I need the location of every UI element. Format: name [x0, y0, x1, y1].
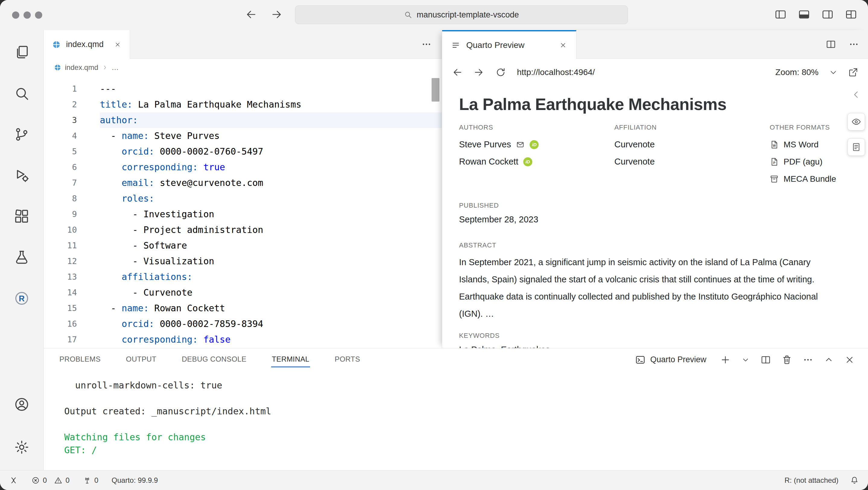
minimize-window-button[interactable] — [24, 11, 31, 19]
chevron-down-icon[interactable] — [829, 68, 838, 77]
code-line[interactable]: --- — [100, 81, 442, 97]
chevron-left-icon[interactable] — [851, 90, 861, 100]
code-line[interactable]: title: La Palma Earthquake Mechanisms — [100, 97, 442, 112]
search-icon[interactable] — [7, 78, 37, 108]
new-terminal-icon[interactable] — [720, 355, 731, 365]
remote-icon[interactable] — [9, 476, 18, 485]
tab-index-qmd[interactable]: index.qmd — [44, 30, 130, 59]
panel-tab-output[interactable]: OUTPUT — [125, 352, 157, 367]
refresh-icon[interactable] — [495, 67, 506, 78]
terminal-line — [64, 418, 868, 431]
author-affiliation: Curvenote — [614, 136, 770, 153]
run-and-debug-icon[interactable] — [7, 160, 37, 191]
line-number: 12 — [44, 254, 77, 269]
forward-arrow-icon[interactable] — [271, 8, 283, 21]
split-terminal-icon[interactable] — [761, 355, 771, 365]
breadcrumb-item-file[interactable]: index.qmd — [65, 63, 98, 72]
terminal-icon — [635, 355, 645, 365]
toggle-primary-sidebar-icon[interactable] — [775, 8, 786, 21]
breadcrumb-item-more[interactable]: … — [112, 63, 119, 72]
code-line[interactable]: roles: — [100, 191, 442, 206]
testing-icon[interactable] — [7, 242, 37, 272]
extensions-icon[interactable] — [7, 201, 37, 231]
toggle-secondary-sidebar-icon[interactable] — [822, 8, 834, 21]
source-control-icon[interactable] — [7, 119, 37, 150]
code-line[interactable]: orcid: 0000-0002-7859-8394 — [100, 316, 442, 332]
preview-toolbar: http://localhost:4964/ Zoom: 80% — [442, 59, 868, 86]
panel-tab-problems[interactable]: PROBLEMS — [59, 352, 101, 367]
editor-group: index.qmd index.qmd … 123456789101112 — [44, 30, 442, 348]
code-line[interactable]: author: — [100, 112, 442, 128]
open-external-icon[interactable] — [848, 67, 858, 77]
close-window-button[interactable] — [12, 11, 19, 19]
editor-scrollbar-thumb[interactable] — [432, 78, 439, 102]
eye-icon[interactable] — [847, 113, 865, 130]
keywords-text: La Palma, Earthquakes — [459, 344, 850, 348]
back-arrow-icon[interactable] — [245, 8, 257, 21]
zoom-window-button[interactable] — [35, 11, 42, 19]
code-editor[interactable]: 1234567891011121314151617 ---title: La P… — [44, 76, 442, 348]
maximize-panel-icon[interactable] — [824, 355, 834, 365]
mail-icon[interactable] — [516, 141, 525, 149]
format-link[interactable]: WMS Word — [770, 136, 850, 153]
line-number: 3 — [44, 112, 77, 128]
zoom-control[interactable]: Zoom: 80% — [775, 67, 818, 77]
customize-layout-icon[interactable] — [845, 8, 857, 21]
more-actions-icon[interactable] — [849, 39, 859, 50]
radio-tower-icon — [83, 476, 91, 485]
command-center-search[interactable]: manuscript-template-vscode — [295, 5, 628, 24]
r-status[interactable]: R: (not attached) — [784, 476, 838, 485]
svg-text:W: W — [773, 144, 776, 148]
code-line[interactable]: - Project administration — [100, 222, 442, 238]
close-tab-icon[interactable] — [559, 41, 567, 49]
format-link[interactable]: MECA Bundle — [770, 170, 850, 188]
terminal-output[interactable]: unroll-markdown-cells: true Output creat… — [44, 371, 868, 457]
code-line[interactable]: corresponding: false — [100, 332, 442, 348]
line-number: 7 — [44, 175, 77, 191]
document-title: La Palma Earthquake Mechanisms — [459, 94, 850, 114]
note-icon[interactable] — [847, 138, 865, 156]
kill-terminal-icon[interactable] — [782, 355, 792, 365]
tab-quarto-preview[interactable]: Quarto Preview — [442, 30, 576, 59]
orcid-icon[interactable]: iD — [530, 140, 539, 149]
settings-gear-icon[interactable] — [7, 432, 37, 462]
close-tab-icon[interactable] — [114, 41, 121, 48]
bell-icon[interactable] — [850, 476, 859, 485]
editor-tab-actions — [421, 30, 442, 59]
close-panel-icon[interactable] — [844, 355, 855, 365]
toggle-panel-icon[interactable] — [798, 8, 810, 21]
abstract-label: ABSTRACT — [459, 241, 850, 250]
code-line[interactable]: corresponding: true — [100, 159, 442, 175]
r-language-icon[interactable]: R — [7, 283, 37, 314]
panel-tab-ports[interactable]: PORTS — [334, 352, 361, 367]
code-line[interactable]: - name: Steve Purves — [100, 128, 442, 144]
code-line[interactable]: email: steve@curvenote.com — [100, 175, 442, 191]
more-actions-icon[interactable] — [803, 355, 813, 365]
code-line[interactable]: - name: Rowan Cockett — [100, 300, 442, 316]
terminal-process-item[interactable]: Quarto Preview — [635, 355, 706, 365]
problems-status[interactable]: 0 0 — [31, 476, 70, 485]
code-line[interactable]: orcid: 0000-0002-0760-5497 — [100, 144, 442, 159]
code-line[interactable]: - Visualization — [100, 254, 442, 269]
status-bar-right: R: (not attached) — [784, 476, 859, 485]
panel-tab-debug-console[interactable]: DEBUG CONSOLE — [181, 352, 247, 367]
format-label: MECA Bundle — [783, 174, 836, 184]
explorer-icon[interactable] — [7, 37, 37, 67]
code-line[interactable]: - Curvenote — [100, 285, 442, 300]
quarto-version-status[interactable]: Quarto: 99.9.9 — [112, 476, 158, 485]
code-line[interactable]: - Investigation — [100, 206, 442, 222]
pdf-file-icon: P — [770, 157, 779, 166]
code-line[interactable]: - Software — [100, 238, 442, 254]
format-link[interactable]: PPDF (agu) — [770, 153, 850, 170]
panel-tab-terminal[interactable]: TERMINAL — [271, 352, 310, 367]
account-icon[interactable] — [7, 389, 37, 420]
editor-more-actions-icon[interactable] — [421, 39, 432, 50]
split-editor-icon[interactable] — [826, 39, 836, 50]
vscode-window: manuscript-template-vscode — [0, 0, 868, 490]
terminal-dropdown-icon[interactable] — [741, 356, 750, 364]
ports-status[interactable]: 0 — [83, 476, 98, 485]
orcid-icon[interactable]: iD — [523, 157, 532, 166]
code-line[interactable]: affiliations: — [100, 269, 442, 285]
forward-arrow-icon[interactable] — [473, 67, 484, 78]
back-arrow-icon[interactable] — [452, 67, 463, 78]
